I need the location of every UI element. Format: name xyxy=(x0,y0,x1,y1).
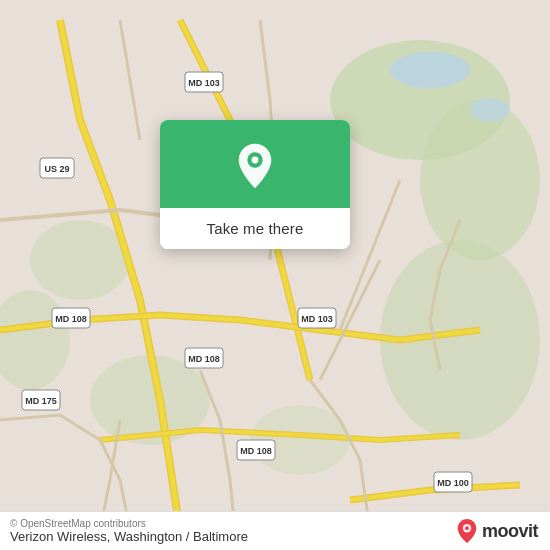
svg-point-29 xyxy=(465,526,469,530)
svg-text:MD 108: MD 108 xyxy=(240,446,272,456)
svg-text:MD 175: MD 175 xyxy=(25,396,57,406)
svg-text:US 29: US 29 xyxy=(44,164,69,174)
svg-text:MD 100: MD 100 xyxy=(437,478,469,488)
svg-point-27 xyxy=(252,157,259,164)
svg-point-9 xyxy=(470,98,510,122)
location-pin-icon xyxy=(231,142,279,190)
svg-text:MD 103: MD 103 xyxy=(301,314,333,324)
moovit-logo: moovit xyxy=(456,518,538,544)
svg-point-2 xyxy=(420,100,540,260)
location-title: Verizon Wireless, Washington / Baltimore xyxy=(10,529,248,544)
map-container: US 29 MD 103 MD 103 MD 108 MD 108 MD 108… xyxy=(0,0,550,550)
popup-card: Take me there xyxy=(160,120,350,249)
map-background: US 29 MD 103 MD 103 MD 108 MD 108 MD 108… xyxy=(0,0,550,550)
bottom-bar: © OpenStreetMap contributors Verizon Wir… xyxy=(0,511,550,550)
copyright-text: © OpenStreetMap contributors xyxy=(10,518,248,529)
svg-point-4 xyxy=(30,220,130,300)
svg-text:MD 108: MD 108 xyxy=(55,314,87,324)
svg-point-8 xyxy=(390,52,470,88)
moovit-pin-icon xyxy=(456,518,478,544)
moovit-brand-text: moovit xyxy=(482,521,538,542)
svg-text:MD 103: MD 103 xyxy=(188,78,220,88)
bottom-left: © OpenStreetMap contributors Verizon Wir… xyxy=(10,518,248,544)
popup-green-area xyxy=(160,120,350,208)
svg-text:MD 108: MD 108 xyxy=(188,354,220,364)
take-me-there-button[interactable]: Take me there xyxy=(160,208,350,249)
